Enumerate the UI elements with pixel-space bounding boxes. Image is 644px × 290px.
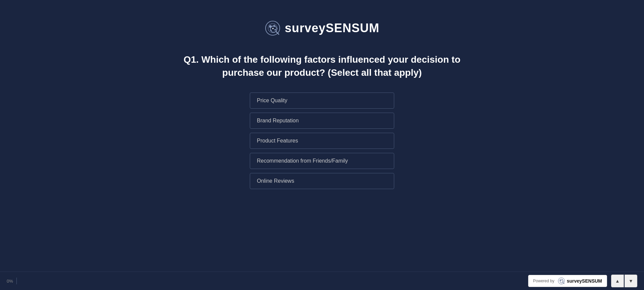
svg-point-16 — [560, 280, 563, 283]
option-button-price-quality[interactable]: Price Quality — [250, 93, 394, 109]
powered-by-logo-text: surveySENSUM — [567, 278, 602, 284]
question-container: Q1. Which of the following factors influ… — [171, 53, 473, 189]
footer: 0% Powered by surveySENSUM — [0, 272, 644, 290]
option-button-online-reviews[interactable]: Online Reviews — [250, 173, 394, 189]
logo-text-light: survey — [285, 21, 326, 35]
option-button-brand-reputation[interactable]: Brand Reputation — [250, 113, 394, 129]
question-body: Which of the following factors influence… — [199, 54, 460, 78]
question-text: Q1. Which of the following factors influ… — [171, 53, 473, 79]
powered-by-container: Powered by surveySENSUM ▲ ▼ — [528, 275, 637, 287]
powered-by-logo-icon — [558, 277, 565, 285]
powered-by-logo: surveySENSUM — [558, 277, 602, 285]
svg-point-6 — [272, 28, 274, 29]
svg-point-8 — [270, 26, 277, 32]
nav-buttons: ▲ ▼ — [611, 275, 637, 287]
nav-up-button[interactable]: ▲ — [611, 275, 624, 287]
logo-container: surveySENSUM — [265, 20, 379, 36]
powered-by-box: Powered by surveySENSUM — [528, 275, 607, 287]
question-number: Q1. — [184, 54, 199, 65]
powered-by-logo-light: survey — [567, 278, 582, 284]
logo-icon — [265, 20, 281, 36]
logo-text: surveySENSUM — [285, 21, 379, 35]
powered-by-logo-bold: SENSUM — [582, 278, 602, 284]
powered-by-label: Powered by — [533, 279, 554, 283]
option-button-recommendation[interactable]: Recommendation from Friends/Family — [250, 153, 394, 169]
logo-text-bold: SENSUM — [326, 21, 379, 35]
svg-point-4 — [274, 29, 276, 31]
options-container: Price QualityBrand ReputationProduct Fea… — [171, 93, 473, 189]
progress-text: 0% — [7, 279, 13, 284]
main-content: surveySENSUM Q1. Which of the following … — [0, 0, 644, 272]
svg-point-13 — [562, 281, 563, 282]
nav-down-button[interactable]: ▼ — [625, 275, 637, 287]
progress-divider — [16, 278, 17, 284]
option-button-product-features[interactable]: Product Features — [250, 133, 394, 149]
